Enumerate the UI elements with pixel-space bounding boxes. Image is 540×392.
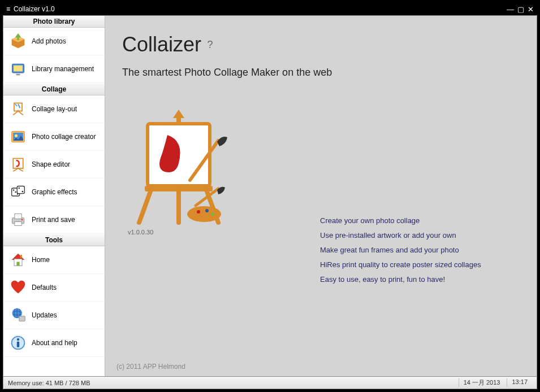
section-header-photo-library: Photo library <box>3 16 105 28</box>
nav-label: About and help <box>32 339 77 347</box>
shape-icon <box>10 156 26 172</box>
tagline: The smartest Photo Collage Maker on the … <box>122 67 525 79</box>
svg-point-30 <box>197 210 200 214</box>
nav-graphic-effects[interactable]: Graphic effects <box>3 178 105 206</box>
svg-rect-23 <box>19 316 25 321</box>
svg-rect-21 <box>20 255 23 258</box>
minimize-icon[interactable]: — <box>507 5 514 14</box>
nav-print-and-save[interactable]: Print and save <box>3 206 105 234</box>
svg-point-25 <box>17 338 19 341</box>
printer-icon <box>10 212 26 228</box>
sidebar: Photo library Add photos Library managem… <box>3 16 105 376</box>
section-header-tools: Tools <box>3 234 105 246</box>
svg-rect-17 <box>15 222 21 226</box>
feature-item: Use pre-installed artwork or add your ow… <box>320 228 481 243</box>
nav-label: Print and save <box>32 216 75 224</box>
nav-label: Updates <box>32 311 57 319</box>
maximize-icon[interactable]: ▢ <box>517 5 524 14</box>
nav-updates[interactable]: Updates <box>3 302 105 329</box>
svg-point-6 <box>15 134 18 137</box>
main-pane: Collaizer ? The smartest Photo Collage M… <box>105 16 537 376</box>
nav-label: Graphic effects <box>32 188 77 196</box>
feature-item: Easy to use, easy to print, fun to have! <box>320 272 481 287</box>
folder-screen-icon <box>10 61 26 77</box>
nav-label: Shape editor <box>32 160 70 168</box>
nav-home[interactable]: Home <box>3 246 105 274</box>
app-window: ≡ Collaizer v1.0 — ▢ ✕ Photo library Add… <box>0 0 540 392</box>
svg-point-9 <box>13 189 15 191</box>
statusbar: Memory use: 41 MB / 728 MB 14 一月 2013 13… <box>3 377 537 389</box>
svg-point-13 <box>18 188 20 189</box>
info-icon <box>10 335 26 351</box>
nav-collage-layout[interactable]: Collage lay-out <box>3 95 105 123</box>
nav-label: Photo collage creator <box>32 133 96 141</box>
easel-illustration-icon <box>122 107 235 225</box>
svg-rect-20 <box>16 262 19 266</box>
svg-point-31 <box>205 209 209 212</box>
window-title: Collaizer v1.0 <box>14 5 55 13</box>
svg-point-29 <box>187 206 221 222</box>
section-header-collage: Collage <box>3 83 105 95</box>
dice-icon <box>10 184 26 200</box>
nav-label: Home <box>32 256 50 264</box>
feature-list: Create your own photo collage Use pre-in… <box>320 214 481 287</box>
status-memory: Memory use: 41 MB / 728 MB <box>8 380 90 386</box>
home-icon <box>10 252 26 268</box>
feature-item: Create your own photo collage <box>320 214 481 228</box>
svg-rect-12 <box>17 186 24 194</box>
copyright: (c) 2011 APP Helmond <box>116 363 185 371</box>
svg-point-32 <box>211 212 214 216</box>
nav-label: Defaults <box>32 284 57 291</box>
svg-rect-2 <box>16 74 20 76</box>
nav-library-management[interactable]: Library management <box>3 55 105 83</box>
svg-rect-16 <box>15 214 21 219</box>
nav-add-photos[interactable]: Add photos <box>3 28 105 55</box>
titlebar-menu-icon[interactable]: ≡ <box>6 5 10 13</box>
version-label: v1.0.0.30 <box>128 229 235 236</box>
status-date: 14 一月 2013 <box>459 378 505 387</box>
close-icon[interactable]: ✕ <box>528 5 534 14</box>
svg-rect-7 <box>13 159 23 169</box>
svg-point-18 <box>21 219 23 221</box>
titlebar[interactable]: ≡ Collaizer v1.0 — ▢ ✕ <box>3 3 537 15</box>
app-body: Photo library Add photos Library managem… <box>3 15 537 377</box>
nav-photo-collage-creator[interactable]: Photo collage creator <box>3 123 105 151</box>
nav-defaults[interactable]: Defaults <box>3 274 105 302</box>
easel-icon <box>10 101 26 117</box>
feature-item: HiRes print quality to create poster siz… <box>320 258 481 272</box>
box-icon <box>10 33 26 49</box>
app-title: Collaizer <box>122 33 201 56</box>
nav-label: Collage lay-out <box>32 105 77 113</box>
help-icon[interactable]: ? <box>208 39 213 50</box>
svg-rect-1 <box>14 66 23 72</box>
photo-icon <box>10 129 26 145</box>
nav-shape-editor[interactable]: Shape editor <box>3 151 105 178</box>
heart-icon <box>10 280 26 295</box>
nav-label: Library management <box>32 65 94 73</box>
svg-rect-26 <box>17 341 19 347</box>
status-time: 13:17 <box>507 378 532 387</box>
svg-point-14 <box>22 191 24 193</box>
svg-point-11 <box>15 191 16 193</box>
globe-icon <box>10 307 26 323</box>
feature-item: Make great fun frames and add your photo <box>320 243 481 258</box>
nav-label: Add photos <box>32 37 66 45</box>
nav-about-and-help[interactable]: About and help <box>3 329 105 357</box>
